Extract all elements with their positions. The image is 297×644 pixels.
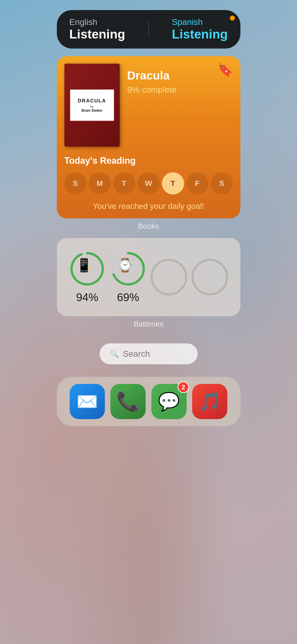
english-label: English: [69, 17, 125, 27]
daily-goal-text: You've reached your daily goal!: [64, 202, 233, 211]
book-title: Dracula: [127, 69, 177, 82]
dock-app-messages[interactable]: 💬 2: [151, 384, 187, 419]
english-mode: Listening: [69, 27, 125, 42]
day-T2-active: T: [162, 172, 184, 194]
battery-empty-2: [192, 259, 228, 295]
batteries-widget-container: ⚡ 📱 94% ⌚ 69%: [57, 238, 240, 328]
today-reading-section: Today's Reading S M T W T F S You've rea…: [64, 155, 233, 211]
spanish-mode: Listening: [172, 27, 228, 42]
books-widget-label: Books: [138, 222, 159, 230]
books-widget-container: 🔖 DRACULA by Bram Stoker Dracula 9% comp…: [57, 56, 240, 230]
days-row: S M T W T F S: [64, 172, 233, 194]
day-S2: S: [211, 172, 233, 194]
phone-icon: 📞: [116, 390, 140, 413]
book-progress: 9% complete: [127, 85, 177, 95]
batteries-widget[interactable]: ⚡ 📱 94% ⌚ 69%: [57, 238, 240, 316]
battery-phone-circle: ⚡ 📱: [69, 251, 105, 287]
search-icon: 🔍: [110, 349, 119, 358]
day-F: F: [186, 172, 208, 194]
battery-empty-circle-1: [151, 259, 187, 295]
day-S1: S: [64, 172, 87, 194]
bookmark-icon: 🔖: [217, 62, 233, 77]
cover-by: by: [90, 105, 94, 108]
battery-phone: ⚡ 📱 94%: [69, 251, 105, 304]
day-M: M: [89, 172, 111, 194]
dock-app-mail[interactable]: ✉️: [70, 384, 105, 419]
batteries-row: ⚡ 📱 94% ⌚ 69%: [67, 251, 230, 304]
dock-app-music[interactable]: 🎵: [192, 384, 227, 419]
watch-battery-percent: 69%: [117, 291, 139, 304]
today-reading-title: Today's Reading: [64, 155, 233, 166]
book-cover-inner: DRACULA by Bram Stoker: [69, 89, 115, 122]
cover-title: DRACULA: [78, 98, 106, 104]
phone-icon: 📱: [76, 258, 92, 273]
spanish-side: Spanish Listening: [172, 17, 228, 42]
phone-battery-percent: 94%: [76, 291, 98, 304]
dock-app-phone[interactable]: 📞: [110, 384, 146, 419]
page-content: English Listening Spanish Listening 🔖 DR…: [0, 0, 297, 426]
notification-dot: [230, 16, 235, 21]
day-W: W: [138, 172, 160, 194]
battery-empty-circle-2: [192, 259, 228, 295]
battery-watch: ⌚ 69%: [110, 251, 146, 304]
dock: ✉️ 📞 💬 2 🎵: [57, 377, 240, 426]
day-T1: T: [113, 172, 135, 194]
battery-empty-1: [151, 259, 187, 295]
battery-watch-circle: ⌚: [110, 251, 146, 287]
music-icon: 🎵: [199, 391, 221, 412]
messages-icon: 💬: [158, 391, 180, 412]
spanish-label: Spanish: [172, 17, 228, 27]
book-cover: DRACULA by Bram Stoker: [64, 64, 120, 147]
language-divider: [148, 22, 149, 37]
watch-icon: ⌚: [117, 258, 133, 273]
search-bar[interactable]: 🔍 Search: [100, 343, 198, 364]
book-info: Dracula 9% complete: [127, 64, 177, 95]
books-widget[interactable]: 🔖 DRACULA by Bram Stoker Dracula 9% comp…: [57, 56, 240, 218]
english-side: English Listening: [69, 17, 125, 42]
mail-icon: ✉️: [76, 391, 98, 412]
batteries-widget-label: Batteries: [134, 320, 163, 328]
search-label: Search: [123, 349, 150, 359]
cover-author: Bram Stoker: [81, 108, 102, 112]
book-header: DRACULA by Bram Stoker Dracula 9% comple…: [64, 64, 233, 147]
language-widget[interactable]: English Listening Spanish Listening: [57, 10, 240, 49]
messages-badge: 2: [178, 381, 189, 393]
